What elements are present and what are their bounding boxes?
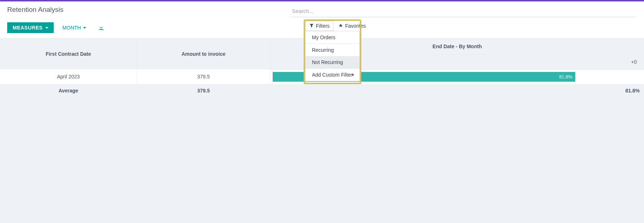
filter-item-label: Add Custom Filter bbox=[312, 72, 352, 78]
filters-button[interactable]: Filters bbox=[305, 21, 334, 31]
star-icon bbox=[339, 23, 343, 29]
download-icon[interactable] bbox=[98, 24, 104, 31]
filters-dropdown: My Orders Recurring Not Recurring Add Cu… bbox=[305, 31, 360, 81]
search-area bbox=[291, 6, 637, 17]
table-row-average: Average 379.5 81.8% bbox=[0, 84, 644, 97]
cell-avg-label: Average bbox=[0, 84, 137, 97]
month-label: MONTH bbox=[62, 25, 81, 31]
filter-item-label: My Orders bbox=[312, 35, 335, 40]
month-button[interactable]: MONTH bbox=[57, 23, 91, 33]
page-title: Retention Analysis bbox=[7, 6, 63, 14]
favorites-button[interactable]: Favorites bbox=[335, 21, 370, 31]
filter-controls: Filters Favorites bbox=[305, 21, 370, 31]
filter-item-label: Recurring bbox=[312, 47, 334, 53]
chevron-right-icon bbox=[352, 73, 354, 76]
caret-down-icon bbox=[45, 27, 48, 29]
filter-item-my-orders[interactable]: My Orders bbox=[305, 31, 359, 44]
th-contract-date: First Contract Date bbox=[0, 38, 137, 69]
search-input[interactable] bbox=[291, 6, 637, 17]
measures-label: MEASURES bbox=[13, 25, 43, 31]
favorites-label: Favorites bbox=[345, 23, 366, 29]
caret-down-icon bbox=[83, 27, 86, 29]
cell-amount: 379.5 bbox=[137, 69, 270, 84]
funnel-icon bbox=[309, 23, 314, 29]
measures-button[interactable]: MEASURES bbox=[7, 22, 54, 33]
filter-item-add-custom[interactable]: Add Custom Filter bbox=[305, 69, 359, 81]
filter-item-not-recurring[interactable]: Not Recurring bbox=[305, 56, 359, 68]
cell-contract-date: April 2023 bbox=[0, 69, 137, 84]
filter-item-recurring[interactable]: Recurring bbox=[305, 44, 359, 56]
header-row: Retention Analysis bbox=[0, 1, 644, 17]
cell-avg-amount: 379.5 bbox=[137, 84, 270, 97]
filter-item-label: Not Recurring bbox=[312, 59, 343, 65]
filters-label: Filters bbox=[316, 23, 330, 29]
cell-avg-pct: 81.8% bbox=[270, 84, 644, 97]
th-amount: Amount to invoice bbox=[137, 38, 270, 69]
